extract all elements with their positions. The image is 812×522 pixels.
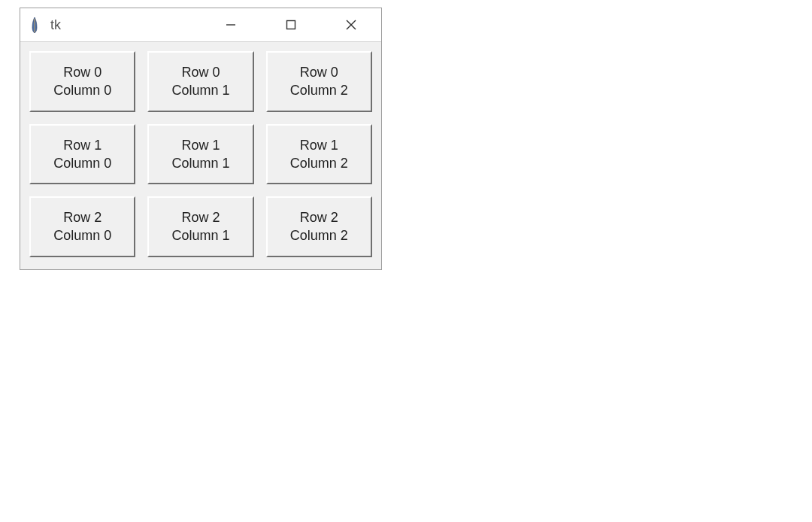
button-label-line2: Column 0 — [35, 226, 129, 244]
button-label-line2: Column 0 — [35, 81, 129, 99]
window-content: Row 0 Column 0 Row 0 Column 1 Row 0 Colu… — [20, 42, 381, 269]
grid-button-r2-c0[interactable]: Row 2 Column 0 — [29, 196, 135, 257]
button-label-line1: Row 2 — [300, 210, 338, 225]
close-button[interactable] — [321, 8, 381, 41]
button-label-line1: Row 1 — [300, 138, 338, 153]
button-label-line2: Column 1 — [153, 226, 247, 244]
button-label-line2: Column 0 — [35, 154, 129, 172]
button-label-line2: Column 2 — [272, 226, 366, 244]
grid-button-r0-c2[interactable]: Row 0 Column 2 — [266, 51, 372, 112]
button-label-line1: Row 0 — [300, 65, 338, 80]
grid-button-r0-c0[interactable]: Row 0 Column 0 — [29, 51, 135, 112]
button-label-line1: Row 0 — [63, 65, 102, 80]
button-label-line2: Column 1 — [153, 154, 247, 172]
button-grid: Row 0 Column 0 Row 0 Column 1 Row 0 Colu… — [29, 51, 372, 257]
button-label-line1: Row 0 — [181, 65, 220, 80]
grid-button-r1-c2[interactable]: Row 1 Column 2 — [266, 124, 372, 185]
grid-button-r1-c0[interactable]: Row 1 Column 0 — [29, 124, 135, 185]
app-window: tk Row 0 — [20, 8, 382, 270]
button-label-line2: Column 2 — [272, 81, 366, 99]
window-controls — [201, 8, 381, 41]
button-label-line2: Column 1 — [153, 81, 247, 99]
titlebar: tk — [20, 8, 381, 42]
grid-button-r1-c1[interactable]: Row 1 Column 1 — [147, 124, 253, 185]
window-title: tk — [50, 17, 61, 33]
maximize-button[interactable] — [261, 8, 321, 41]
button-label-line1: Row 1 — [181, 138, 220, 153]
tk-feather-icon — [28, 15, 41, 35]
grid-button-r2-c1[interactable]: Row 2 Column 1 — [147, 196, 253, 257]
grid-button-r2-c2[interactable]: Row 2 Column 2 — [266, 196, 372, 257]
button-label-line1: Row 2 — [181, 210, 220, 225]
svg-rect-2 — [287, 21, 295, 29]
minimize-button[interactable] — [201, 8, 261, 41]
button-label-line2: Column 2 — [272, 154, 366, 172]
grid-button-r0-c1[interactable]: Row 0 Column 1 — [147, 51, 253, 112]
button-label-line1: Row 2 — [63, 210, 102, 225]
button-label-line1: Row 1 — [63, 138, 102, 153]
